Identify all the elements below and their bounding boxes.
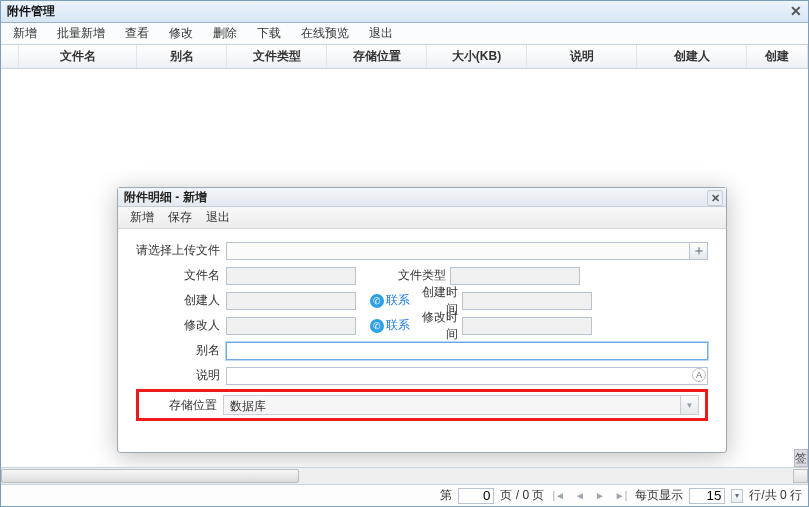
col-filename[interactable]: 文件名: [19, 45, 137, 68]
dialog-close-icon[interactable]: ✕: [707, 190, 723, 206]
col-filetype[interactable]: 文件类型: [227, 45, 327, 68]
dialog-title: 附件明细 - 新增: [124, 189, 207, 206]
desc-input[interactable]: [226, 367, 708, 385]
grid-body: 附件明细 - 新增 ✕ 新增 保存 退出 请选择上传文件 ＋ 文件名 文件类型: [1, 69, 808, 467]
dlg-tb-save[interactable]: 保存: [168, 209, 192, 226]
lbl-choose-file: 请选择上传文件: [136, 242, 226, 259]
lbl-modifier: 修改人: [136, 317, 226, 334]
tb-delete[interactable]: 删除: [209, 23, 241, 44]
contact-creator-link[interactable]: ✆ 联系: [370, 292, 410, 309]
grid-header: 文件名 别名 文件类型 存储位置 大小(KB) 说明 创建人 创建: [1, 45, 808, 69]
col-size[interactable]: 大小(KB): [427, 45, 527, 68]
contact-icon: ✆: [370, 319, 384, 333]
side-tab[interactable]: 签: [794, 449, 808, 467]
dialog-titlebar[interactable]: 附件明细 - 新增 ✕: [118, 188, 726, 207]
col-storage[interactable]: 存储位置: [327, 45, 427, 68]
per-page-label: 每页显示: [635, 487, 683, 504]
scroll-right-icon[interactable]: [793, 469, 808, 483]
window-title: 附件管理: [7, 3, 55, 20]
status-bar: 第 页 / 0 页 |◄ ◄ ► ►| 每页显示 ▾ 行/共 0 行: [1, 484, 808, 506]
contact-modifier-link[interactable]: ✆ 联系: [370, 317, 410, 334]
create-time-input: [462, 292, 592, 310]
scroll-thumb[interactable]: [1, 469, 299, 483]
lbl-filetype: 文件类型: [370, 267, 450, 284]
lbl-storage: 存储位置: [145, 397, 223, 414]
last-page-icon[interactable]: ►|: [613, 490, 630, 501]
edit-ellipsis-icon[interactable]: A: [692, 368, 706, 382]
file-browse-icon[interactable]: ＋: [690, 242, 708, 260]
filetype-input: [450, 267, 580, 285]
lbl-alias: 别名: [136, 342, 226, 359]
dialog-form: 请选择上传文件 ＋ 文件名 文件类型 创建人 ✆: [118, 229, 726, 429]
lbl-modify-time: 修改时间: [412, 309, 462, 343]
tb-batch-new[interactable]: 批量新增: [53, 23, 109, 44]
page-input[interactable]: [458, 488, 494, 504]
tb-exit[interactable]: 退出: [365, 23, 397, 44]
dlg-tb-exit[interactable]: 退出: [206, 209, 230, 226]
storage-select[interactable]: 数据库 ▼: [223, 395, 699, 415]
tb-preview[interactable]: 在线预览: [297, 23, 353, 44]
tb-view[interactable]: 查看: [121, 23, 153, 44]
lbl-filename: 文件名: [136, 267, 226, 284]
first-page-icon[interactable]: |◄: [551, 490, 568, 501]
alias-input[interactable]: [226, 342, 708, 360]
modifier-input: [226, 317, 356, 335]
horizontal-scrollbar[interactable]: [1, 467, 808, 484]
col-alias[interactable]: 别名: [137, 45, 227, 68]
window-titlebar: 附件管理 ✕: [1, 1, 808, 23]
modify-time-input: [462, 317, 592, 335]
chevron-down-icon[interactable]: ▼: [681, 395, 699, 415]
page-label: 第: [440, 487, 452, 504]
creator-input: [226, 292, 356, 310]
next-page-icon[interactable]: ►: [593, 490, 607, 501]
col-creator[interactable]: 创建人: [637, 45, 747, 68]
lbl-desc: 说明: [136, 367, 226, 384]
per-page-input[interactable]: [689, 488, 725, 504]
main-window: 附件管理 ✕ 新增 批量新增 查看 修改 删除 下载 在线预览 退出 文件名 别…: [0, 0, 809, 507]
close-icon[interactable]: ✕: [788, 3, 804, 19]
filename-input: [226, 267, 356, 285]
tb-download[interactable]: 下载: [253, 23, 285, 44]
storage-value: 数据库: [223, 395, 681, 415]
storage-row-highlight: 存储位置 数据库 ▼: [136, 389, 708, 421]
tb-edit[interactable]: 修改: [165, 23, 197, 44]
contact-icon: ✆: [370, 294, 384, 308]
rows-total: 行/共 0 行: [749, 487, 802, 504]
main-toolbar: 新增 批量新增 查看 修改 删除 下载 在线预览 退出: [1, 23, 808, 45]
file-path-input[interactable]: [226, 242, 690, 260]
dialog-toolbar: 新增 保存 退出: [118, 207, 726, 229]
lbl-creator: 创建人: [136, 292, 226, 309]
tb-new[interactable]: 新增: [9, 23, 41, 44]
attachment-detail-dialog: 附件明细 - 新增 ✕ 新增 保存 退出 请选择上传文件 ＋ 文件名 文件类型: [117, 187, 727, 453]
col-create-time[interactable]: 创建: [747, 45, 808, 68]
prev-page-icon[interactable]: ◄: [573, 490, 587, 501]
per-page-dropdown-icon[interactable]: ▾: [731, 489, 743, 503]
dlg-tb-new[interactable]: 新增: [130, 209, 154, 226]
page-total: 页 / 0 页: [500, 487, 544, 504]
col-desc[interactable]: 说明: [527, 45, 637, 68]
